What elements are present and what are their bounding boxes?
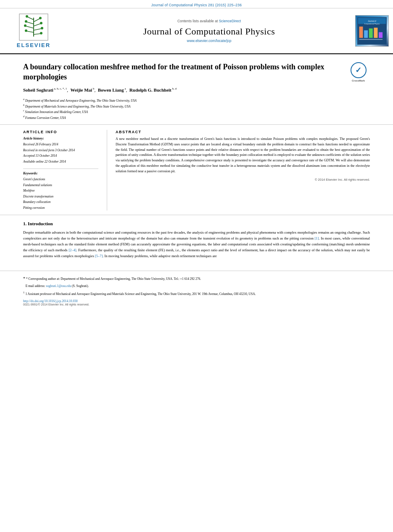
svg-line-7	[34, 29, 42, 30]
author-1: Soheil Soghrati	[23, 87, 53, 92]
elsevier-tree-icon	[19, 13, 48, 41]
ref-1-link[interactable]: [1]	[315, 236, 319, 240]
author-2: Weijie Mai	[71, 87, 92, 92]
header-main: ELSEVIER Contents lists available at Sci…	[0, 8, 393, 54]
header-center: Contents lists available at ScienceDirec…	[67, 12, 351, 50]
crossmark-icon: ✓	[351, 62, 367, 78]
email-note: E-mail address: soghrati.1@osu.edu (S. S…	[23, 284, 370, 289]
journal-ref-line: Journal of Computational Physics 281 (20…	[151, 3, 242, 7]
journal-website[interactable]: www.elsevier.com/locate/jcp	[187, 39, 232, 43]
keyword-3: Meshfree	[23, 188, 98, 194]
svg-line-6	[26, 26, 34, 28]
corresponding-author-note: * * Corresponding author at: Department …	[23, 275, 370, 282]
sciencedirect-line: Contents lists available at ScienceDirec…	[177, 19, 241, 23]
svg-line-9	[34, 34, 41, 34]
svg-rect-24	[369, 29, 373, 38]
footnote-1: 1 1 Assistant professor of Mechanical an…	[23, 290, 370, 297]
intro-title: 1. Introduction	[23, 221, 370, 226]
svg-point-17	[40, 32, 42, 34]
svg-point-13	[40, 22, 42, 24]
sciencedirect-link[interactable]: ScienceDirect	[219, 19, 241, 23]
keyword-5: Boundary collocation	[23, 199, 98, 205]
article-dates: Received 26 February 2014 Received in re…	[23, 142, 98, 164]
keyword-4: Discrete transformation	[23, 194, 98, 200]
article-history-title: Article history:	[23, 137, 98, 140]
ref-5-7-link[interactable]: [5–7]	[95, 254, 103, 258]
svg-point-14	[24, 24, 26, 27]
author-3: Bowen Liang	[98, 87, 124, 92]
abstract-copyright: © 2014 Elsevier Inc. All rights reserved…	[116, 178, 370, 182]
issn-line: 0021-9991/© 2014 Elsevier Inc. All right…	[23, 303, 370, 306]
journal-thumbnail: Journal of Computational Physics	[355, 15, 389, 47]
svg-point-16	[25, 29, 27, 32]
introduction-section: 1. Introduction Despite remarkable advan…	[0, 215, 393, 266]
affiliation-b: b Department of Materials Science and En…	[23, 103, 370, 109]
svg-rect-23	[364, 30, 368, 38]
footer-section: * * Corresponding author at: Department …	[0, 271, 393, 309]
svg-line-5	[34, 24, 41, 26]
affiliation-c: c Simulation Innovation and Modeling Cen…	[23, 109, 370, 115]
journal-title-big: Journal of Computational Physics	[143, 26, 275, 37]
elsevier-logo: ELSEVIER	[17, 13, 50, 48]
page: Journal of Computational Physics 281 (20…	[0, 0, 393, 532]
keywords-title: Keywords:	[23, 171, 98, 175]
svg-line-8	[26, 31, 34, 32]
ref-2-4-link[interactable]: [2–4]	[69, 248, 76, 252]
available-date: Available online 22 October 2014	[23, 159, 98, 165]
received-date: Received 26 February 2014	[23, 142, 98, 147]
keywords-list: Green's functions Fundamental solutions …	[23, 176, 98, 211]
svg-rect-25	[374, 28, 377, 38]
affiliations: a Department of Mechanical and Aerospace…	[23, 97, 370, 120]
svg-rect-22	[359, 26, 363, 38]
svg-point-12	[25, 20, 27, 23]
svg-point-15	[41, 27, 43, 29]
abstract-col: ABSTRACT A new meshfree method based on …	[107, 130, 370, 211]
svg-line-2	[27, 17, 34, 20]
svg-text:Journal of: Journal of	[368, 20, 376, 22]
abstract-text: A new meshfree method based on a discret…	[116, 137, 370, 174]
svg-point-10	[26, 15, 28, 18]
doi-line[interactable]: http://dx.doi.org/10.1016/j.jcp.2014.10.…	[23, 299, 370, 303]
affiliation-d: d Fontana Corrosion Center, USA	[23, 115, 370, 121]
crossmark-badge[interactable]: ✓ CrossMark	[347, 62, 370, 83]
crossmark-symbol: ✓	[355, 65, 361, 75]
two-col-section: ARTICLE INFO Article history: Received 2…	[0, 125, 393, 215]
star-symbol: *	[23, 276, 25, 281]
header-left: ELSEVIER	[0, 12, 67, 50]
svg-text:Computational Physics: Computational Physics	[364, 23, 380, 25]
authors-line: Soheil Soghrati a, b, c, *, 1, Weijie Ma…	[23, 87, 370, 94]
accepted-date: Accepted 13 October 2014	[23, 153, 98, 159]
affiliation-a: a Department of Mechanical and Aerospace…	[23, 97, 370, 103]
keyword-2: Fundamental solutions	[23, 182, 98, 188]
svg-point-11	[39, 17, 42, 19]
svg-rect-26	[379, 32, 382, 38]
keyword-1: Green's functions	[23, 176, 98, 182]
intro-paragraph-1: Despite remarkable advances in both the …	[23, 229, 370, 259]
header-right: Journal of Computational Physics	[351, 12, 393, 50]
article-section: A boundary collocation meshfree method f…	[0, 54, 393, 125]
svg-line-3	[34, 18, 40, 22]
abstract-title: ABSTRACT	[116, 130, 370, 134]
svg-line-4	[26, 22, 34, 24]
article-info-title: ARTICLE INFO	[23, 130, 98, 134]
crossmark-text: CrossMark	[352, 79, 365, 82]
divider	[23, 169, 98, 169]
author-4: Rudolph G. Buchheit	[129, 87, 171, 92]
journal-header-bar: Journal of Computational Physics 281 (20…	[0, 0, 393, 8]
journal-cover-image: Journal of Computational Physics	[357, 16, 387, 46]
keyword-6: Pitting corrosion	[23, 205, 98, 211]
doi-link[interactable]: http://dx.doi.org/10.1016/j.jcp.2014.10.…	[23, 299, 78, 303]
article-title: A boundary collocation meshfree method f…	[23, 62, 370, 82]
revised-date: Received in revised form 3 October 2014	[23, 147, 98, 153]
article-info-col: ARTICLE INFO Article history: Received 2…	[23, 130, 107, 211]
email-link[interactable]: soghrati.1@osu.edu	[46, 284, 71, 288]
elsevier-brand-label: ELSEVIER	[17, 42, 50, 48]
svg-rect-27	[359, 39, 382, 40]
